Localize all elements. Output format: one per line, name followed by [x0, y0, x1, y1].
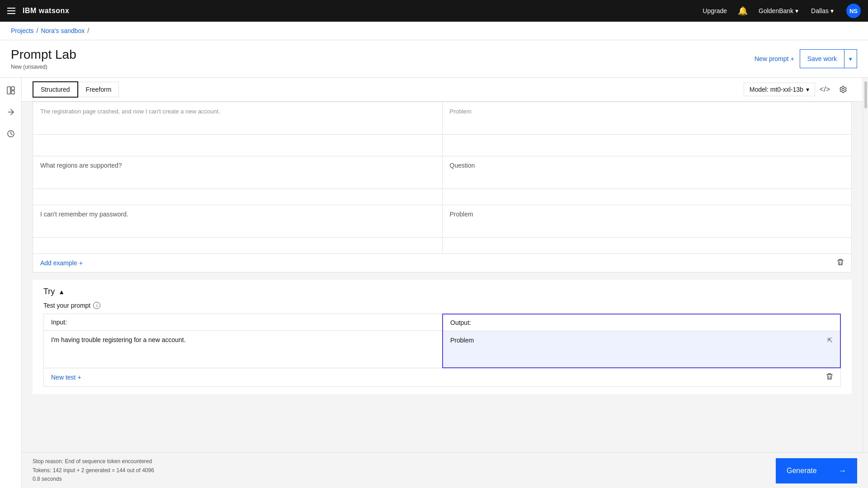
try-output-header: Output: [443, 314, 840, 331]
new-test-plus-icon: + [77, 374, 81, 381]
new-prompt-button[interactable]: New prompt + [755, 52, 794, 66]
table-cell-empty[interactable] [442, 189, 852, 205]
save-work-group: Save work ▾ [800, 49, 857, 68]
save-work-button[interactable]: Save work [800, 50, 844, 68]
content-area: Structured Freeform Model: mt0-xxl-13b ▾… [22, 78, 863, 488]
table-cell-empty[interactable] [33, 238, 443, 254]
page-subtitle: New (unsaved) [11, 64, 76, 70]
try-title: Try [43, 287, 55, 296]
try-section: Try ▲ Test your prompt i Input: [33, 280, 852, 394]
table-cell-input[interactable]: What regions are supported? [33, 156, 443, 189]
notifications-icon[interactable]: 🔔 [738, 6, 748, 16]
save-work-chevron-icon: ▾ [849, 56, 852, 62]
generate-arrow-icon: → [838, 466, 846, 476]
add-example-plus-icon: + [79, 259, 83, 267]
content-toolbar: Structured Freeform Model: mt0-xxl-13b ▾… [22, 78, 863, 102]
try-output-value: Problem [450, 337, 474, 344]
region-selector[interactable]: Dallas ▾ [811, 7, 834, 14]
right-scrollbar [863, 78, 868, 488]
generate-button[interactable]: Generate → [776, 458, 857, 483]
table-row-partial: The registration page crashed, and now I… [33, 102, 852, 135]
add-example-row: Add example + [33, 254, 852, 272]
table-row-continuation [33, 189, 852, 205]
table-cell-output[interactable]: Question [442, 156, 852, 189]
svg-rect-2 [11, 91, 14, 94]
examples-table: The registration page crashed, and now I… [33, 102, 852, 254]
page-title: Prompt Lab [11, 47, 76, 62]
table-cell-empty-output[interactable] [442, 135, 852, 156]
breadcrumb-sep1: / [37, 27, 38, 34]
table-row-continuation [33, 135, 852, 156]
breadcrumb-sep2: / [87, 27, 89, 34]
status-text: Stop reason: End of sequence token encou… [33, 457, 154, 483]
table-cell-output: Problem [442, 102, 852, 135]
stop-reason-text: Stop reason: End of sequence token encou… [33, 457, 154, 466]
try-input-column: Input: I'm having trouble registering fo… [43, 314, 442, 368]
code-view-button[interactable]: </> [815, 82, 835, 97]
brand-name: IBM watsonx [23, 7, 69, 15]
top-nav: IBM watsonx Upgrade 🔔 GoldenBank ▾ Dalla… [0, 0, 868, 22]
page-header: Prompt Lab New (unsaved) New prompt + Sa… [0, 40, 868, 78]
delete-test-button[interactable] [826, 373, 833, 382]
sidebar-expand-icon[interactable] [4, 105, 18, 119]
hamburger-menu-icon[interactable] [7, 8, 15, 14]
page-header-left: Prompt Lab New (unsaved) [11, 47, 76, 70]
test-prompt-label: Test your prompt i [43, 302, 841, 309]
add-example-button[interactable]: Add example + [40, 259, 83, 267]
model-selector-button[interactable]: Model: mt0-xxl-13b ▾ [744, 83, 815, 96]
table-cell-empty[interactable] [442, 238, 852, 254]
settings-button[interactable] [835, 82, 852, 97]
svg-rect-0 [7, 87, 10, 94]
bottom-bar: Stop reason: End of sequence token encou… [22, 452, 868, 488]
try-input-body: I'm having trouble registering for a new… [44, 331, 442, 367]
left-sidebar [0, 78, 22, 488]
main-layout: Structured Freeform Model: mt0-xxl-13b ▾… [0, 78, 868, 488]
scrollable-content: The registration page crashed, and now I… [22, 102, 863, 488]
scrollbar-thumb[interactable] [864, 81, 867, 108]
output-collapse-icon[interactable]: ⇱ [827, 337, 833, 344]
breadcrumb-projects[interactable]: Projects [11, 27, 34, 34]
breadcrumb-sandbox[interactable]: Nora's sandbox [41, 27, 85, 34]
new-test-button[interactable]: New test + [51, 374, 81, 381]
try-grid: Input: I'm having trouble registering fo… [43, 314, 841, 368]
new-prompt-plus-icon: + [790, 55, 794, 62]
delete-examples-button[interactable] [837, 258, 844, 267]
table-row: I can't remember my password. Problem [33, 205, 852, 238]
new-test-row: New test + [43, 368, 841, 387]
try-input-header: Input: [44, 314, 442, 331]
avatar[interactable]: NS [846, 4, 861, 18]
table-cell-output[interactable]: Problem [442, 205, 852, 238]
freeform-tab[interactable]: Freeform [78, 82, 119, 97]
try-output-column: Output: Problem ⇱ [442, 314, 841, 368]
table-cell-input[interactable]: I can't remember my password. [33, 205, 443, 238]
try-header: Try ▲ [43, 287, 841, 296]
try-output-body: Problem ⇱ [443, 331, 840, 367]
sidebar-panels-icon[interactable] [4, 83, 18, 98]
svg-rect-1 [11, 87, 14, 90]
page-header-actions: New prompt + Save work ▾ [755, 49, 857, 68]
table-cell-input: The registration page crashed, and now I… [33, 102, 443, 135]
table-row-continuation [33, 238, 852, 254]
sidebar-history-icon[interactable] [4, 127, 18, 141]
try-grid-container: Input: I'm having trouble registering fo… [43, 314, 841, 368]
table-row: What regions are supported? Question [33, 156, 852, 189]
upgrade-link[interactable]: Upgrade [703, 7, 727, 14]
model-chevron-icon: ▾ [806, 86, 809, 93]
region-chevron-icon: ▾ [830, 7, 834, 14]
org-chevron-icon: ▾ [795, 7, 798, 14]
table-cell-empty-input[interactable] [33, 135, 443, 156]
org-selector[interactable]: GoldenBank ▾ [759, 7, 798, 14]
breadcrumb: Projects / Nora's sandbox / [0, 22, 868, 40]
test-prompt-info-icon[interactable]: i [93, 302, 100, 309]
time-text: 0.8 seconds [33, 475, 154, 483]
tokens-text: Tokens: 142 input + 2 generated = 144 ou… [33, 466, 154, 475]
table-cell-empty[interactable] [33, 189, 443, 205]
save-work-chevron-button[interactable]: ▾ [844, 50, 857, 68]
try-collapse-icon[interactable]: ▲ [58, 288, 65, 296]
content-wrapper: Structured Freeform Model: mt0-xxl-13b ▾… [22, 78, 868, 488]
structured-tab[interactable]: Structured [33, 81, 78, 98]
